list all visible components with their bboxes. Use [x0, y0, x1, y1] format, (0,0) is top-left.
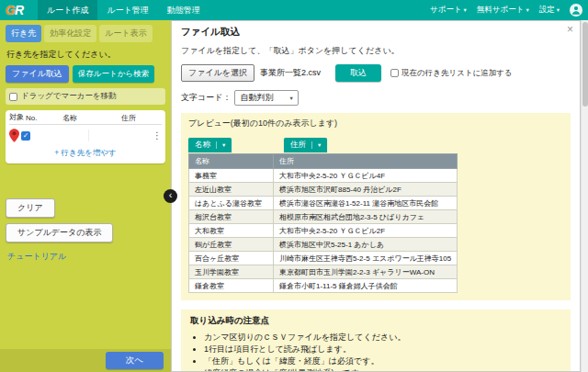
- destination-name-field[interactable]: [38, 130, 89, 141]
- tab-optimization-settings[interactable]: 効率化設定: [44, 25, 96, 42]
- charset-label: 文字コード：: [181, 92, 231, 104]
- charset-value: 自動判別: [240, 92, 273, 104]
- preview-header-row: 名称 住所: [189, 154, 458, 169]
- cell-name: 百合ヶ丘教室: [189, 252, 274, 265]
- cell-address: 横浜市旭区市沢町885-40 丹治ビル2F: [274, 183, 458, 197]
- app-logo[interactable]: GR: [6, 0, 23, 20]
- close-icon[interactable]: ×: [567, 23, 573, 36]
- sidebar-instruction: 行き先を指定してください。: [6, 49, 165, 61]
- import-button[interactable]: 取込: [335, 64, 381, 82]
- cell-address: 相模原市南区相武台団地2-3-5 ひばりカフェ: [274, 210, 458, 224]
- column-no: No.: [24, 114, 44, 122]
- column-name: 名称: [44, 113, 96, 123]
- row-menu-icon[interactable]: ⋮: [153, 130, 162, 141]
- nav-item-route-manage[interactable]: ルート管理: [97, 0, 157, 20]
- user-avatar[interactable]: [570, 4, 582, 17]
- cell-address: 横浜市旭区中沢5-25-1 あかしあ: [274, 238, 458, 252]
- chevron-left-icon: ‹: [169, 189, 173, 200]
- preview-title: プレビュー(最初の10件のみ表示します): [188, 118, 563, 130]
- next-button[interactable]: 次へ: [106, 352, 164, 369]
- address-column-selector[interactable]: 住所 ▾: [284, 138, 327, 152]
- clear-button[interactable]: クリア: [6, 198, 55, 218]
- table-row: 相沢台教室相模原市南区相武台団地2-3-5 ひばりカフェ: [189, 210, 458, 224]
- vertical-scrollbar[interactable]: [581, 20, 588, 372]
- sidebar-action-buttons: ファイル取込 保存ルートから検索: [6, 65, 165, 83]
- main-nav: ルート作成 ルート管理 動態管理: [38, 0, 209, 20]
- destination-sidebar: 行き先 効率化設定 ルート表示 行き先を指定してください。 ファイル取込 保存ル…: [0, 20, 171, 372]
- cell-name: 事務室: [189, 169, 274, 183]
- cell-address: 鎌倉市小町1-11-5 鎌倉婦人子供会館: [274, 279, 458, 293]
- sidebar-collapse-handle[interactable]: ‹: [164, 189, 177, 203]
- destination-address-field[interactable]: [89, 130, 151, 141]
- address-selector-label: 住所: [290, 140, 306, 151]
- choose-file-button[interactable]: ファイルを選択: [181, 64, 254, 82]
- column-selector-row: 名称 ▾ 住所 ▾: [188, 134, 563, 152]
- destination-list-header: 対象 No. 名称 住所: [9, 113, 162, 125]
- top-navigation-bar: GR ルート作成 ルート管理 動態管理 サポート ▾ 無料サポート ▾ 設定 ▾: [0, 0, 588, 20]
- note-item: 緯度経度の場合は「度(世界測地系)」です。: [204, 367, 561, 372]
- cell-address: 大和市中央2-5-20 ＹＧＣビル4F: [274, 169, 458, 183]
- table-row: 鶴が丘教室横浜市旭区中沢5-25-1 あかしあ: [189, 238, 458, 252]
- settings-menu-label: 設定: [539, 5, 555, 16]
- charset-select[interactable]: 自動判別 ▾: [234, 90, 298, 106]
- append-checkbox[interactable]: [390, 69, 399, 77]
- panel-instruction: ファイルを指定して、「取込」ボタンを押してください。: [181, 45, 571, 57]
- notes-title: 取り込み時の注意点: [190, 315, 561, 327]
- caret-down-icon: ▾: [311, 141, 321, 149]
- free-support-menu[interactable]: 無料サポート ▾: [477, 5, 529, 16]
- caret-down-icon: ▾: [557, 6, 560, 14]
- preview-table: 名称 住所 事務室大和市中央2-5-20 ＹＧＣビル4F 左近山教室横浜市旭区市…: [188, 153, 458, 293]
- import-notes-section: 取り込み時の注意点 カンマ区切りのＣＳＶファイルを指定してください。 1行目は項…: [181, 310, 571, 372]
- user-icon: [571, 6, 581, 15]
- preview-header-name: 名称: [189, 154, 274, 169]
- name-column-selector[interactable]: 名称 ▾: [188, 138, 232, 152]
- cell-name: 鶴が丘教室: [189, 238, 274, 252]
- support-menu[interactable]: サポート ▾: [430, 5, 467, 16]
- preview-header-address: 住所: [274, 154, 458, 169]
- column-address: 住所: [96, 113, 162, 123]
- name-selector-label: 名称: [195, 140, 210, 151]
- tutorial-link[interactable]: チュートリアル: [7, 251, 66, 263]
- caret-down-icon: ▾: [216, 141, 225, 149]
- drag-marker-label: ドラッグでマーカーを移動: [21, 91, 117, 102]
- saved-route-search-button[interactable]: 保存ルートから検索: [73, 65, 154, 83]
- address-selector-cell: 住所 ▾: [284, 134, 327, 152]
- plus-icon: +: [54, 148, 59, 157]
- note-item: カンマ区切りのＣＳＶファイルを指定してください。: [204, 332, 561, 344]
- sample-data-button[interactable]: サンプルデータの表示: [6, 223, 113, 242]
- cell-name: 左近山教室: [189, 183, 274, 197]
- cell-name: はあとふる瀬谷教室: [189, 197, 274, 210]
- add-destination-link[interactable]: + 行き先を増やす: [9, 145, 162, 163]
- cell-address: 横浜市瀬谷区南瀬谷1-52-11 瀬谷南地区市民会館: [274, 197, 458, 210]
- settings-menu[interactable]: 設定 ▾: [539, 5, 560, 16]
- tab-destination[interactable]: 行き先: [6, 25, 41, 42]
- support-menu-label: サポート: [430, 5, 462, 16]
- destination-row-checkbox[interactable]: ✓: [21, 131, 30, 141]
- nav-item-route-create[interactable]: ルート作成: [38, 0, 97, 20]
- cell-name: 鎌倉教室: [189, 279, 274, 293]
- panel-title: ファイル取込: [181, 26, 571, 39]
- file-import-button[interactable]: ファイル取込: [6, 65, 69, 83]
- selected-file-name: 事業所一覧2.csv: [260, 67, 321, 79]
- append-option: 現在の行き先リストに追加する: [390, 68, 513, 79]
- note-item: 1行目は項目行として読み飛ばします。: [204, 344, 561, 355]
- cell-address: 東京都町田市玉川学園2-2-3 ギャラリーWA-ON: [274, 265, 458, 279]
- table-row: はあとふる瀬谷教室横浜市瀬谷区南瀬谷1-52-11 瀬谷南地区市民会館: [189, 197, 458, 210]
- nav-item-dynamic-manage[interactable]: 動態管理: [158, 0, 209, 20]
- topbar-right-menus: サポート ▾ 無料サポート ▾ 設定 ▾: [430, 0, 582, 20]
- table-row: 鎌倉教室鎌倉市小町1-11-5 鎌倉婦人子供会館: [189, 279, 458, 293]
- preview-section: プレビュー(最初の10件のみ表示します) 名称 ▾ 住所 ▾: [181, 113, 571, 300]
- table-row: 左近山教室横浜市旭区市沢町885-40 丹治ビル2F: [189, 183, 458, 197]
- add-destination-label: 行き先を増やす: [62, 148, 117, 157]
- caret-down-icon: ▾: [289, 95, 292, 102]
- tab-route-display[interactable]: ルート表示: [99, 25, 152, 42]
- destination-list-card: 対象 No. 名称 住所 ✓ ⋮ + 行き先を増やす: [6, 110, 165, 163]
- app-window: GR ルート作成 ルート管理 動態管理 サポート ▾ 無料サポート ▾ 設定 ▾: [0, 0, 588, 372]
- drag-marker-checkbox[interactable]: [9, 93, 17, 101]
- map-marker-icon: [9, 129, 19, 142]
- append-label: 現在の行き先リストに追加する: [401, 68, 513, 79]
- free-support-menu-label: 無料サポート: [477, 5, 525, 16]
- scrollbar-thumb[interactable]: [582, 22, 588, 107]
- table-row: 事務室大和市中央2-5-20 ＹＧＣビル4F: [189, 169, 458, 183]
- caret-down-icon: ▾: [526, 6, 528, 14]
